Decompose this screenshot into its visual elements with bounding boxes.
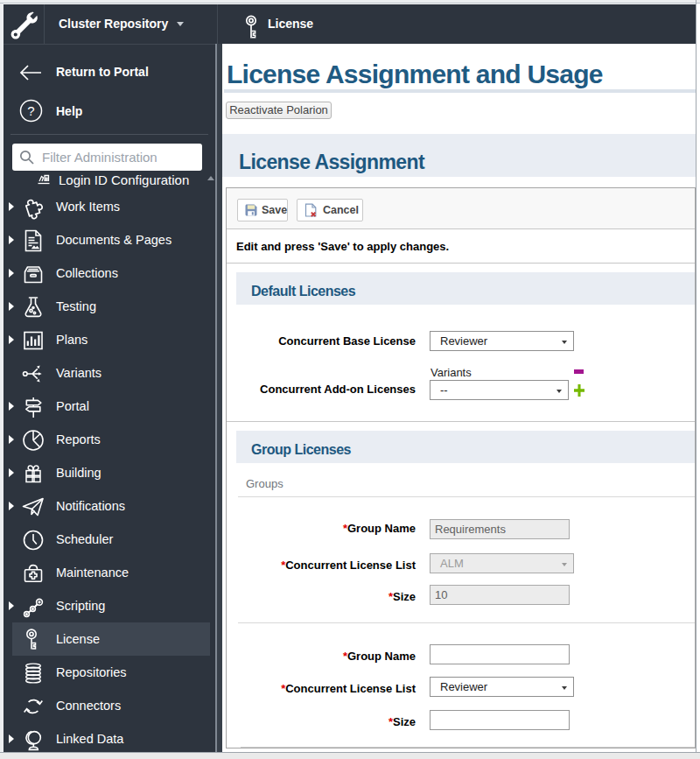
svg-text:?: ? — [27, 103, 34, 118]
